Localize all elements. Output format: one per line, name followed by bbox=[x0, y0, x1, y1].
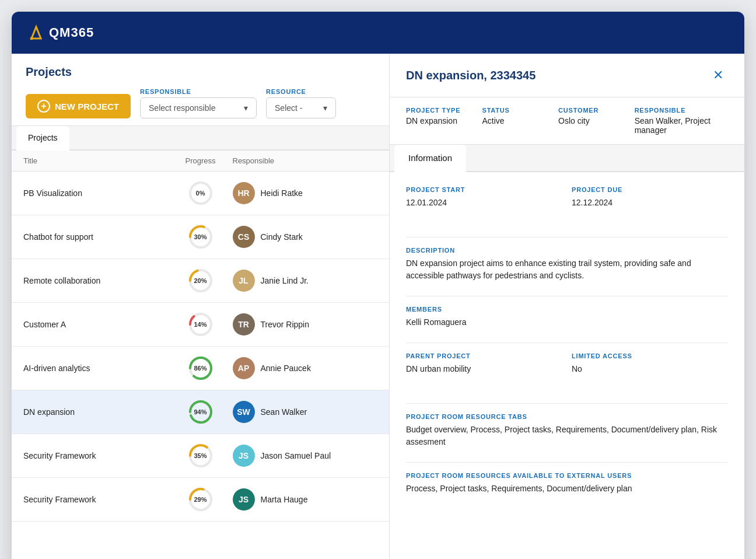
progress-cell: 86% bbox=[169, 355, 233, 382]
logo-icon bbox=[26, 22, 47, 43]
table-row[interactable]: PB Visualization 0% HR Heidi Ratke bbox=[12, 172, 389, 215]
logo-text: QM365 bbox=[49, 25, 94, 40]
tab-3[interactable] bbox=[104, 126, 139, 151]
description-value: DN expansion project aims to enhance exi… bbox=[406, 257, 728, 282]
meta-responsible: RESPONSIBLE Sean Walker, Project manager bbox=[635, 107, 728, 135]
members-value: Kelli Romaguera bbox=[406, 316, 728, 329]
responsible-name: Trevor Rippin bbox=[261, 320, 310, 329]
progress-cell: 20% bbox=[169, 267, 233, 294]
top-navigation: QM365 bbox=[12, 12, 744, 54]
project-due-label: PROJECT DUE bbox=[572, 186, 728, 193]
panel-header: Projects + NEW PROJECT RESPONSIBLE Selec… bbox=[12, 54, 389, 126]
close-button[interactable]: ✕ bbox=[708, 65, 728, 85]
detail-body: PROJECT START 12.01.2024 PROJECT DUE 12.… bbox=[390, 172, 744, 559]
progress-cell: 0% bbox=[169, 180, 233, 207]
responsible-cell: CS Cindy Stark bbox=[233, 226, 378, 248]
project-start-value: 12.01.2024 bbox=[406, 197, 562, 209]
responsible-label: RESPONSIBLE bbox=[635, 107, 728, 114]
external-resources-section: PROJECT ROOM RESOURCES AVAILABLE TO EXTE… bbox=[406, 472, 728, 495]
table-row[interactable]: Customer A 14% TR Trevor Rippin bbox=[12, 303, 389, 347]
members-section: MEMBERS Kelli Romaguera bbox=[406, 306, 728, 329]
progress-label: 35% bbox=[194, 452, 206, 459]
limited-access-section: LIMITED ACCESS No bbox=[572, 352, 728, 375]
resource-chevron-icon: ▾ bbox=[323, 103, 327, 113]
project-type-label: PROJECT TYPE bbox=[406, 107, 473, 114]
projects-tabs: Projects bbox=[12, 126, 389, 151]
table-row[interactable]: AI-driven analytics 86% AP Annie Paucek bbox=[12, 347, 389, 390]
responsible-filter-label: RESPONSIBLE bbox=[140, 88, 257, 95]
project-title: Chatbot for support bbox=[23, 232, 169, 242]
dates-row: PROJECT START 12.01.2024 PROJECT DUE 12.… bbox=[406, 186, 728, 223]
logo: QM365 bbox=[26, 22, 94, 43]
responsible-cell: JS Marta Hauge bbox=[233, 488, 378, 511]
table-row[interactable]: Security Framework 29% JS Marta Hauge bbox=[12, 478, 389, 522]
responsible-cell: HR Heidi Ratke bbox=[233, 182, 378, 204]
resource-tabs-section: PROJECT ROOM RESOURCE TABS Budget overvi… bbox=[406, 413, 728, 448]
progress-circle: 14% bbox=[187, 311, 214, 338]
tab-4[interactable] bbox=[139, 126, 169, 151]
new-project-button[interactable]: + NEW PROJECT bbox=[26, 94, 131, 118]
projects-table: Title Progress Responsible PB Visualizat… bbox=[12, 151, 389, 559]
tab-projects[interactable]: Projects bbox=[16, 126, 69, 151]
project-title: AI-driven analytics bbox=[23, 364, 169, 373]
table-row[interactable]: DN expansion 94% SW Sean Walker bbox=[12, 390, 389, 434]
status-value: Active bbox=[482, 116, 550, 125]
filter-row: + NEW PROJECT RESPONSIBLE Select respons… bbox=[26, 88, 375, 118]
responsible-cell: JL Janie Lind Jr. bbox=[233, 270, 378, 292]
table-row[interactable]: Chatbot for support 30% CS Cindy Stark bbox=[12, 215, 389, 259]
detail-title: DN expansion, 2334345 bbox=[406, 69, 536, 82]
table-header: Title Progress Responsible bbox=[12, 151, 389, 172]
divider-5 bbox=[406, 462, 728, 463]
col-title: Title bbox=[23, 156, 169, 165]
tab-5[interactable] bbox=[169, 126, 204, 151]
external-resources-label: PROJECT ROOM RESOURCES AVAILABLE TO EXTE… bbox=[406, 472, 728, 479]
resource-tabs-value: Budget overview, Process, Project tasks,… bbox=[406, 424, 728, 448]
main-content: Projects + NEW PROJECT RESPONSIBLE Selec… bbox=[12, 54, 744, 559]
project-start-label: PROJECT START bbox=[406, 186, 562, 193]
tab-2[interactable] bbox=[69, 126, 104, 151]
responsible-name: Jason Samuel Paul bbox=[261, 451, 331, 460]
description-label: DESCRIPTION bbox=[406, 247, 728, 254]
parent-row: PARENT PROJECT DN urban mobility LIMITED… bbox=[406, 352, 728, 389]
chevron-down-icon: ▾ bbox=[244, 103, 248, 113]
resource-select[interactable]: Select - ▾ bbox=[266, 97, 336, 118]
tab-information[interactable]: Information bbox=[394, 145, 466, 172]
project-start-section: PROJECT START 12.01.2024 bbox=[406, 186, 562, 209]
progress-label: 20% bbox=[194, 277, 206, 284]
progress-circle: 20% bbox=[187, 267, 214, 294]
progress-circle: 94% bbox=[187, 399, 214, 425]
responsible-name: Annie Paucek bbox=[261, 364, 311, 373]
plus-icon: + bbox=[37, 100, 50, 113]
parent-project-section: PARENT PROJECT DN urban mobility bbox=[406, 352, 562, 375]
responsible-select[interactable]: Select responsible ▾ bbox=[140, 97, 257, 118]
meta-project-type: PROJECT TYPE DN expansion bbox=[406, 107, 473, 135]
responsible-cell: JS Jason Samuel Paul bbox=[233, 445, 378, 467]
customer-value: Oslo city bbox=[558, 116, 625, 125]
progress-circle: 29% bbox=[187, 486, 214, 513]
status-label: STATUS bbox=[482, 107, 550, 114]
tab-6[interactable] bbox=[204, 126, 239, 151]
progress-label: 30% bbox=[194, 233, 206, 240]
divider-3 bbox=[406, 343, 728, 343]
responsible-name: Marta Hauge bbox=[261, 495, 308, 504]
progress-cell: 14% bbox=[169, 311, 233, 338]
resource-tabs-label: PROJECT ROOM RESOURCE TABS bbox=[406, 413, 728, 420]
project-title: Security Framework bbox=[23, 451, 169, 460]
table-row[interactable]: Remote collaboration 20% JL Janie Lind J… bbox=[12, 259, 389, 303]
divider-2 bbox=[406, 296, 728, 296]
svg-point-1 bbox=[30, 37, 33, 40]
project-due-section: PROJECT DUE 12.12.2024 bbox=[572, 186, 728, 209]
resource-filter-label: RESOURCE bbox=[266, 88, 336, 95]
responsible-value: Sean Walker, Project manager bbox=[635, 116, 728, 135]
table-row[interactable]: Security Framework 35% JS Jason Samuel P… bbox=[12, 434, 389, 478]
meta-status: STATUS Active bbox=[482, 107, 550, 135]
limited-access-value: No bbox=[572, 363, 728, 375]
col-progress: Progress bbox=[169, 156, 233, 165]
left-panel: Projects + NEW PROJECT RESPONSIBLE Selec… bbox=[12, 54, 390, 559]
progress-cell: 30% bbox=[169, 223, 233, 250]
divider-1 bbox=[406, 237, 728, 237]
project-title: Remote collaboration bbox=[23, 276, 169, 285]
progress-label: 0% bbox=[196, 190, 205, 197]
progress-label: 86% bbox=[194, 365, 206, 372]
parent-project-value: DN urban mobility bbox=[406, 363, 562, 375]
